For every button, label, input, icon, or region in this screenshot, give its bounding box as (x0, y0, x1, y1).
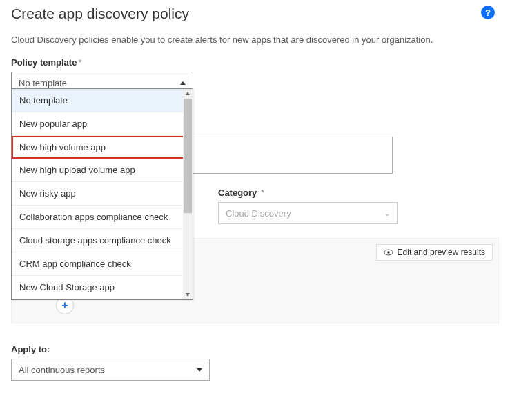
dropdown-option-collab-compliance[interactable]: Collaboration apps compliance check (12, 206, 193, 229)
page-title: Create app discovery policy (11, 6, 189, 22)
chevron-down-icon: ⌄ (384, 210, 390, 217)
policy-template-dropdown: No template New popular app New high vol… (11, 88, 193, 300)
dropdown-option-new-risky-app[interactable]: New risky app (12, 182, 193, 206)
category-select[interactable]: Cloud Discovery ⌄ (218, 202, 398, 224)
edit-preview-button[interactable]: Edit and preview results (376, 244, 493, 261)
svg-marker-2 (186, 92, 190, 95)
help-icon[interactable]: ? (481, 6, 495, 19)
policy-template-label: Policy template* (11, 57, 499, 68)
intro-text: Cloud Discovery policies enable you to c… (11, 34, 499, 45)
dropdown-option-new-high-volume-app[interactable]: New high volume app (12, 136, 193, 159)
chevron-down-icon (197, 368, 202, 372)
svg-marker-3 (186, 293, 190, 297)
category-value: Cloud Discovery (226, 208, 291, 219)
dropdown-option-new-cloud-storage-app[interactable]: New Cloud Storage app (12, 276, 193, 299)
dropdown-option-no-template[interactable]: No template (12, 89, 193, 112)
dropdown-option-cloud-storage-compliance[interactable]: Cloud storage apps compliance check (12, 229, 193, 252)
dropdown-scrollbar[interactable] (183, 89, 193, 299)
eye-icon (384, 249, 393, 256)
apply-to-label: Apply to: (11, 344, 499, 354)
dropdown-option-new-popular-app[interactable]: New popular app (12, 112, 193, 136)
scroll-up-icon[interactable] (183, 89, 193, 99)
chevron-up-icon (180, 81, 186, 85)
policy-template-value: No template (19, 78, 67, 88)
scroll-thumb[interactable] (184, 99, 192, 213)
apply-to-select[interactable]: All continuous reports (11, 359, 210, 381)
edit-preview-label: Edit and preview results (398, 248, 485, 257)
scroll-track[interactable] (183, 99, 193, 290)
plus-icon: + (61, 300, 68, 311)
category-label: Category * (218, 188, 398, 198)
dropdown-option-new-high-upload-volume-app[interactable]: New high upload volume app (12, 159, 193, 182)
svg-point-1 (387, 251, 390, 254)
dropdown-option-crm-compliance[interactable]: CRM app compliance check (12, 252, 193, 276)
apply-to-value: All continuous reports (19, 365, 105, 375)
scroll-down-icon[interactable] (183, 290, 193, 299)
